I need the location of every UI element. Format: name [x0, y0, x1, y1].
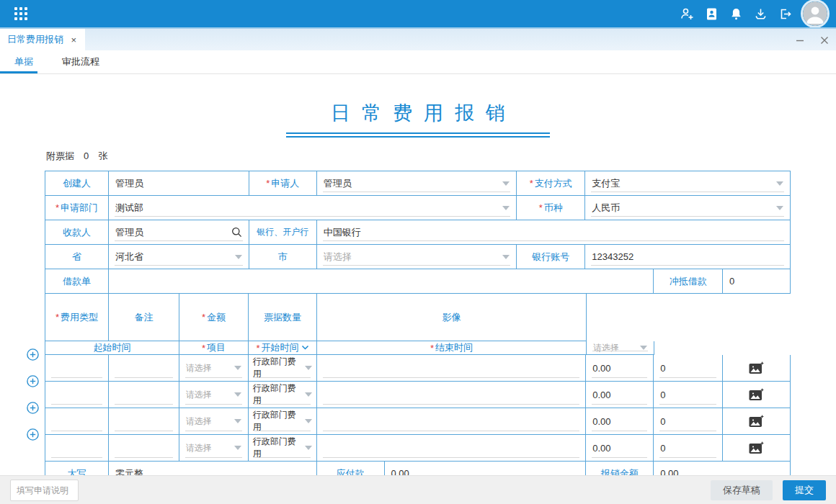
logout-icon[interactable]: [773, 0, 797, 27]
image-header: 影像: [317, 294, 587, 341]
bank-account-input[interactable]: 12343252: [585, 245, 791, 269]
form-row-3: 收款人 管理员 银行、开户行 中国银行: [45, 220, 791, 245]
contacts-icon[interactable]: [699, 0, 724, 27]
chevron-down-icon: [502, 181, 510, 186]
chevron-down-icon: [305, 419, 312, 423]
pay-method-label: *支付方式: [517, 171, 585, 196]
form-row-5: 借款单 冲抵借款 0: [45, 269, 791, 294]
attachment-unit: 张: [98, 150, 107, 161]
time-group-header: 起始时间: [45, 341, 179, 355]
offset-loan-value[interactable]: 0: [723, 269, 791, 294]
tab-document[interactable]: 单据: [0, 50, 48, 73]
bank-account-label: 银行账号: [517, 245, 585, 269]
loan-doc-value[interactable]: [109, 269, 654, 294]
image-upload-cell[interactable]: [723, 355, 791, 382]
person-add-icon[interactable]: [675, 0, 699, 27]
start-time-input[interactable]: [45, 382, 109, 408]
expense-type-select[interactable]: 行政部门费用: [249, 382, 317, 408]
project-select[interactable]: 请选择: [179, 408, 249, 435]
end-time-input[interactable]: [109, 435, 179, 462]
remark-input[interactable]: [317, 408, 587, 435]
expense-type-select[interactable]: 行政部门费用: [249, 355, 317, 382]
tab-label: 日常费用报销: [7, 33, 69, 46]
ticket-count-header: 票据数量: [249, 294, 317, 341]
chevron-down-icon: [301, 345, 309, 351]
expense-form: 创建人 管理员 *申请人 管理员 *支付方式 支付宝 *申请部门 测试部 *币种…: [45, 171, 791, 486]
amount-input[interactable]: 0.00: [586, 408, 654, 435]
submit-button[interactable]: 提交: [783, 480, 826, 500]
project-select[interactable]: 请选择: [179, 355, 249, 382]
end-time-input[interactable]: [109, 382, 179, 408]
payee-input[interactable]: 管理员: [109, 220, 249, 245]
tab-daily-expense[interactable]: 日常费用报销 ×: [0, 29, 85, 50]
close-icon[interactable]: [820, 35, 829, 46]
start-time-input[interactable]: [45, 408, 109, 435]
search-icon[interactable]: [231, 227, 242, 238]
bank-input[interactable]: 中国银行: [317, 220, 791, 245]
chevron-down-icon: [502, 255, 510, 259]
ticket-count-input[interactable]: 0: [654, 408, 723, 435]
amount-input[interactable]: 0.00: [586, 435, 654, 462]
form-row-4: 省 河北省 市 请选择 银行账号 12343252: [45, 245, 791, 269]
currency-select[interactable]: 人民币: [585, 196, 791, 220]
expense-type-select[interactable]: 行政部门费用: [249, 435, 317, 462]
add-row-button[interactable]: [27, 402, 39, 414]
download-icon[interactable]: [748, 0, 773, 27]
end-time-input[interactable]: [109, 355, 179, 382]
bell-icon[interactable]: [724, 0, 748, 27]
ticket-count-input[interactable]: 0: [654, 382, 723, 408]
loan-doc-label: 借款单: [45, 269, 109, 294]
save-draft-button[interactable]: 保存草稿: [711, 480, 773, 500]
required-mark: *: [256, 343, 259, 354]
end-time-input[interactable]: [109, 408, 179, 435]
applicant-select[interactable]: 管理员: [317, 171, 517, 196]
detail-row: 请选择 行政部门费用 0.00 0: [45, 435, 791, 462]
ticket-count-input[interactable]: 0: [654, 435, 723, 462]
chevron-down-icon: [776, 181, 783, 186]
project-select[interactable]: 请选择: [179, 435, 249, 462]
add-row-button[interactable]: [27, 348, 39, 361]
city-label: 市: [249, 245, 317, 269]
add-row-button[interactable]: [27, 375, 39, 387]
chevron-down-icon: [502, 206, 510, 210]
start-time-header[interactable]: *开始时间: [249, 341, 317, 355]
image-upload-cell[interactable]: [723, 382, 791, 408]
page-title: 日常费用报销: [0, 74, 836, 126]
detail-row: 请选择 行政部门费用 0.00 0: [45, 355, 791, 382]
attachment-count[interactable]: 0: [84, 150, 89, 161]
pay-method-select[interactable]: 支付宝: [585, 171, 791, 196]
detail-row: 请选择 行政部门费用 0.00 0: [45, 408, 791, 435]
tab-close-icon[interactable]: ×: [69, 35, 78, 45]
remark-input[interactable]: [317, 382, 587, 408]
image-upload-cell[interactable]: [723, 408, 791, 435]
minimize-icon[interactable]: [796, 35, 804, 46]
city-select[interactable]: 请选择: [317, 245, 517, 269]
start-time-input[interactable]: [45, 355, 109, 382]
apps-grid-icon[interactable]: [9, 0, 33, 27]
remark-input[interactable]: [317, 355, 587, 382]
application-note-input[interactable]: [10, 480, 79, 501]
chevron-down-icon: [235, 255, 242, 259]
amount-input[interactable]: 0.00: [586, 355, 654, 382]
project-select[interactable]: 请选择: [179, 382, 249, 408]
avatar[interactable]: [803, 1, 827, 26]
ticket-count-input[interactable]: 0: [654, 355, 723, 382]
remark-input[interactable]: [317, 435, 587, 462]
tab-approval-flow[interactable]: 审批流程: [48, 50, 114, 73]
project-header-select[interactable]: 请选择: [587, 341, 654, 355]
image-icon: [749, 388, 764, 401]
department-select[interactable]: 测试部: [109, 196, 517, 220]
province-select[interactable]: 河北省: [109, 245, 249, 269]
chevron-down-icon: [305, 446, 312, 450]
chevron-down-icon: [640, 346, 647, 350]
department-label: *申请部门: [45, 196, 109, 220]
amount-input[interactable]: 0.00: [586, 382, 654, 408]
province-label: 省: [45, 245, 109, 269]
required-mark: *: [55, 202, 59, 213]
remark-header: 备注: [109, 294, 179, 341]
image-upload-cell[interactable]: [723, 435, 791, 462]
detail-row: 请选择 行政部门费用 0.00 0: [45, 382, 791, 408]
start-time-input[interactable]: [45, 435, 109, 462]
expense-type-select[interactable]: 行政部门费用: [249, 408, 317, 435]
add-row-button[interactable]: [27, 428, 39, 441]
